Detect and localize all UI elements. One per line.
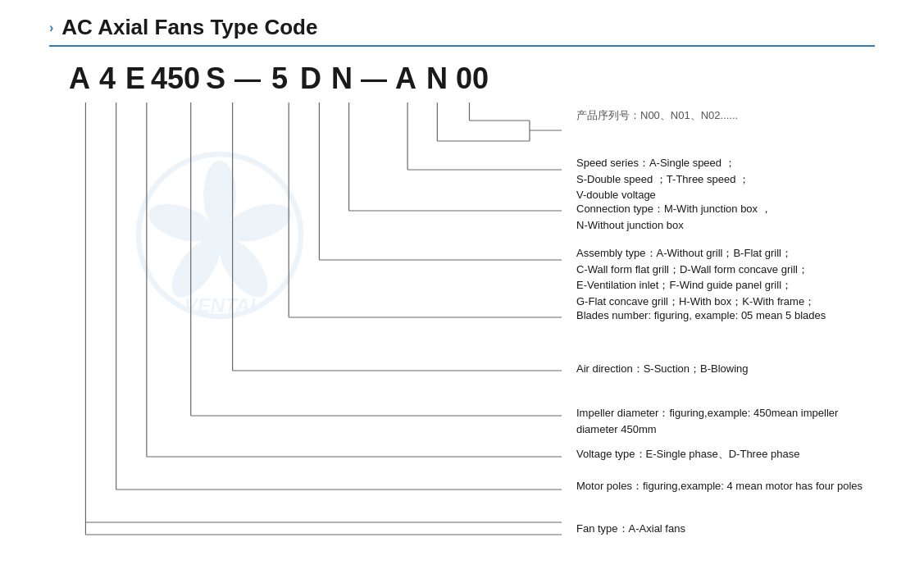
page-container: › AC Axial Fans Type Code A 4 E 450 S — … bbox=[0, 0, 924, 112]
code-S: S bbox=[200, 61, 231, 96]
label-product-series: 产品序列号：N00、N01、N02...... bbox=[576, 107, 738, 124]
label-motor-poles: Motor poles：figuring,example: 4 mean mot… bbox=[576, 478, 863, 494]
code-5: 5 bbox=[264, 61, 295, 96]
label-air-direction: Air direction：S-Suction；B-Blowing bbox=[576, 361, 749, 377]
code-A2: A bbox=[390, 61, 421, 96]
labels-container: 产品序列号：N00、N01、N02...... Speed series：A-S… bbox=[64, 96, 875, 555]
label-assembly-type: Assembly type：A-Without grill；B-Flat gri… bbox=[576, 245, 815, 309]
label-fan-type: Fan type：A-Axial fans bbox=[576, 521, 685, 537]
label-connection-type: Connection type：M-With junction box ， N-… bbox=[576, 201, 772, 233]
code-N2: N bbox=[421, 61, 453, 96]
code-dash2: — bbox=[359, 64, 389, 94]
title-divider bbox=[49, 45, 875, 47]
title-row: › AC Axial Fans Type Code bbox=[49, 15, 875, 40]
chevron-icon: › bbox=[49, 20, 53, 35]
code-N: N bbox=[326, 61, 357, 96]
label-impeller-diameter: Impeller diameter：figuring,example: 450m… bbox=[576, 405, 875, 437]
code-dash1: — bbox=[233, 64, 262, 94]
code-E: E bbox=[120, 61, 151, 96]
code-row: A 4 E 450 S — 5 D N — A N 00 bbox=[64, 61, 875, 96]
code-D: D bbox=[295, 61, 326, 96]
code-4: 4 bbox=[95, 61, 120, 96]
label-voltage-type: Voltage type：E-Single phase、D-Three phas… bbox=[576, 446, 799, 462]
code-450: 450 bbox=[151, 61, 200, 96]
page-title: AC Axial Fans Type Code bbox=[61, 15, 317, 40]
label-blades-number: Blades number: figuring, example: 05 mea… bbox=[576, 307, 826, 324]
code-00: 00 bbox=[453, 61, 492, 96]
code-A: A bbox=[64, 61, 95, 96]
label-speed-series: Speed series：A-Single speed ； S-Double s… bbox=[576, 155, 749, 203]
